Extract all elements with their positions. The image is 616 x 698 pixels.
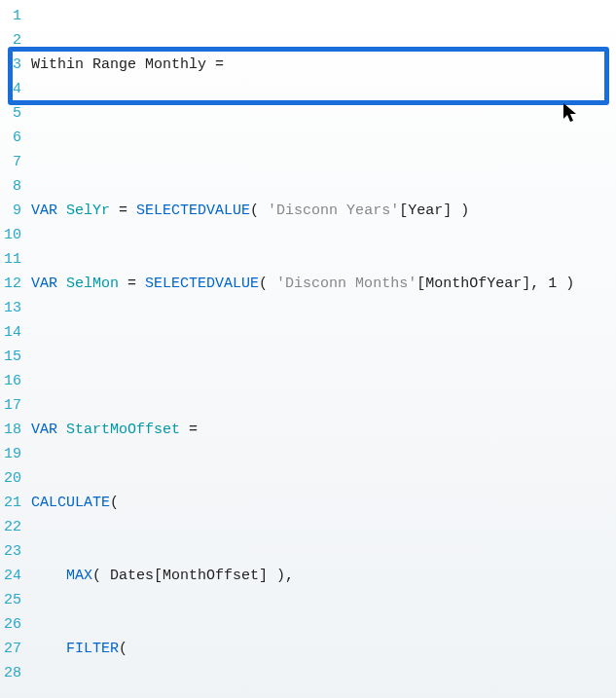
code-line: VAR SelYr = SELECTEDVALUE( 'Disconn Year… bbox=[31, 199, 612, 223]
line-number: 7 bbox=[2, 150, 21, 174]
line-number: 27 bbox=[2, 637, 21, 661]
line-number: 15 bbox=[2, 345, 21, 369]
line-number: 18 bbox=[2, 418, 21, 442]
code-line: MAX( Dates[MonthOffset] ), bbox=[31, 564, 612, 588]
code-line bbox=[31, 126, 612, 150]
code-line: VAR StartMoOffset = bbox=[31, 418, 612, 442]
line-number: 25 bbox=[2, 588, 21, 612]
line-number: 14 bbox=[2, 320, 21, 345]
line-number: 2 bbox=[2, 28, 21, 53]
line-number: 28 bbox=[2, 661, 21, 685]
line-number: 21 bbox=[2, 491, 21, 515]
code-line: Within Range Monthly = bbox=[31, 53, 612, 77]
line-number: 16 bbox=[2, 369, 21, 393]
code-line: CALCULATE( bbox=[31, 491, 612, 515]
line-number: 24 bbox=[2, 564, 21, 588]
line-number: 23 bbox=[2, 539, 21, 564]
line-number: 17 bbox=[2, 393, 21, 418]
line-number: 9 bbox=[2, 199, 21, 223]
code-line bbox=[31, 345, 612, 369]
code-line: FILTER( bbox=[31, 637, 612, 661]
line-number: 3 bbox=[2, 53, 21, 77]
line-number: 22 bbox=[2, 515, 21, 539]
line-number: 12 bbox=[2, 272, 21, 296]
line-number: 8 bbox=[2, 174, 21, 199]
line-number: 13 bbox=[2, 296, 21, 320]
line-number: 5 bbox=[2, 101, 21, 126]
code-line: VAR SelMon = SELECTEDVALUE( 'Disconn Mon… bbox=[31, 272, 612, 296]
line-number: 11 bbox=[2, 247, 21, 272]
line-number: 10 bbox=[2, 223, 21, 247]
line-number: 19 bbox=[2, 442, 21, 466]
code-content[interactable]: Within Range Monthly = VAR SelYr = SELEC… bbox=[27, 0, 616, 698]
line-number-gutter: 1 2 3 4 5 6 7 8 9 10 11 12 13 14 15 16 1… bbox=[0, 0, 27, 698]
line-number: 6 bbox=[2, 126, 21, 150]
line-number: 26 bbox=[2, 612, 21, 637]
code-editor[interactable]: 1 2 3 4 5 6 7 8 9 10 11 12 13 14 15 16 1… bbox=[0, 0, 616, 698]
line-number: 4 bbox=[2, 77, 21, 101]
line-number: 20 bbox=[2, 466, 21, 491]
line-number: 1 bbox=[2, 4, 21, 28]
